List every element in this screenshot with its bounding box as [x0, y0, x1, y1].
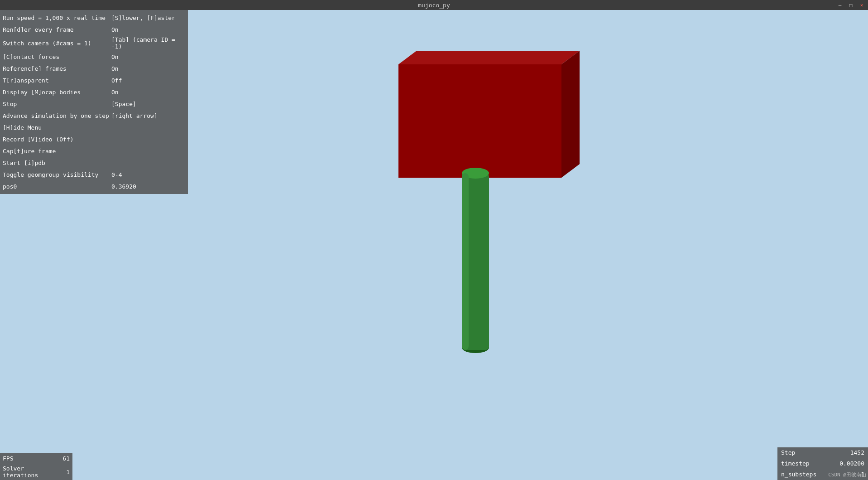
timestep-value: 0.00200 [839, 460, 864, 467]
menu-label-pos0: pos0 [3, 183, 111, 190]
menu-label-runspeed: Run speed = 1,000 x real time [3, 15, 111, 21]
stats-panel: FPS 61 Solver iterations 1 [0, 453, 72, 480]
menu-label-geomgroup: Toggle geomgroup visibility [3, 171, 111, 178]
fps-value: 61 [56, 455, 70, 462]
timestep-label: timestep [781, 460, 839, 467]
menu-value-camera: [Tab] (camera ID = -1) [111, 36, 185, 50]
menu-label-advance: Advance simulation by one step [3, 112, 111, 119]
maximize-button[interactable]: □ [847, 1, 854, 9]
menu-label-capture: Cap[t]ure frame [3, 148, 111, 155]
solver-label: Solver iterations [3, 465, 56, 479]
hammer-head-right [561, 51, 580, 178]
menu-row-advance: Advance simulation by one step [right ar… [0, 110, 188, 121]
menu-row-contact: [C]ontact forces On [0, 51, 188, 63]
menu-row-runspeed: Run speed = 1,000 x real time [S]lower, … [0, 12, 188, 24]
menu-value-geomgroup: 0-4 [111, 171, 122, 178]
step-label: Step [781, 449, 850, 456]
menu-row-stop: Stop [Space] [0, 98, 188, 110]
menu-value-contact: On [111, 53, 119, 60]
menu-row-pos0: pos0 0.36920 [0, 180, 188, 192]
titlebar: mujoco_py — □ ✕ [0, 0, 868, 10]
menu-label-record: Record [V]ideo (Off) [3, 136, 111, 143]
menu-label-contact: [C]ontact forces [3, 53, 111, 60]
hammer-head-front [398, 64, 561, 178]
menu-label-reference: Referenc[e] frames [3, 65, 111, 72]
left-menu-panel: Run speed = 1,000 x real time [S]lower, … [0, 10, 188, 194]
menu-row-geomgroup: Toggle geomgroup visibility 0-4 [0, 169, 188, 180]
menu-row-capture: Cap[t]ure frame [0, 145, 188, 157]
menu-row-mocap: Display [M]ocap bodies On [0, 86, 188, 98]
menu-label-render: Ren[d]er every frame [3, 26, 111, 33]
fps-row: FPS 61 [0, 453, 72, 464]
timestep-row: timestep 0.00200 [777, 458, 868, 469]
menu-value-transparent: Off [111, 77, 122, 84]
menu-row-transparent: T[r]ansparent Off [0, 74, 188, 86]
menu-value-render: On [111, 26, 119, 33]
menu-label-transparent: T[r]ansparent [3, 77, 111, 84]
menu-row-hidemenu: [H]ide Menu [0, 121, 188, 133]
watermark-text: CSDN @田彼南山 [828, 472, 866, 478]
menu-row-reference: Referenc[e] frames On [0, 63, 188, 74]
watermark: CSDN @田彼南山 [828, 471, 866, 478]
menu-row-ipdb: Start [i]pdb [0, 157, 188, 169]
window-controls: — □ ✕ [836, 0, 865, 10]
menu-value-reference: On [111, 65, 119, 72]
menu-label-camera: Switch camera (#cams = 1) [3, 40, 111, 47]
solver-value: 1 [56, 469, 70, 475]
menu-label-hidemenu: [H]ide Menu [3, 124, 111, 131]
menu-label-stop: Stop [3, 101, 111, 107]
menu-row-render: Ren[d]er every frame On [0, 24, 188, 35]
menu-value-mocap: On [111, 89, 119, 96]
menu-label-ipdb: Start [i]pdb [3, 160, 111, 166]
solver-row: Solver iterations 1 [0, 464, 72, 480]
menu-value-runspeed: [S]lower, [F]aster [111, 15, 175, 21]
minimize-button[interactable]: — [836, 1, 844, 9]
menu-label-mocap: Display [M]ocap bodies [3, 89, 111, 96]
hammer-svg [272, 37, 625, 364]
menu-row-camera: Switch camera (#cams = 1) [Tab] (camera … [0, 35, 188, 51]
handle-highlight [462, 173, 469, 350]
menu-value-stop: [Space] [111, 101, 136, 107]
step-row: Step 1452 [777, 447, 868, 458]
window-title: mujoco_py [418, 2, 450, 9]
menu-value-pos0: 0.36920 [111, 183, 136, 190]
hammer-head-top [398, 51, 580, 64]
menu-row-record: Record [V]ideo (Off) [0, 133, 188, 145]
menu-value-advance: [right arrow] [111, 112, 158, 119]
close-button[interactable]: ✕ [858, 1, 865, 9]
step-value: 1452 [850, 449, 864, 456]
fps-label: FPS [3, 455, 56, 462]
